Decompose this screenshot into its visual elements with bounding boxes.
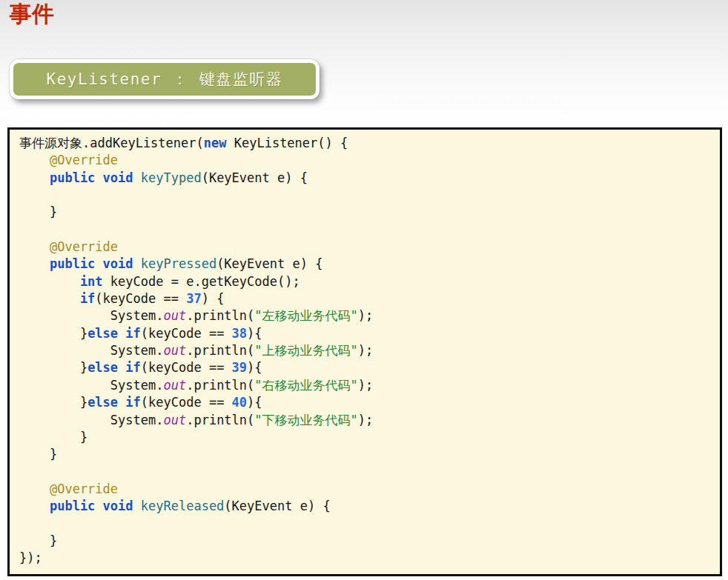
code-token-plain: System.	[19, 308, 163, 323]
code-line: @Override	[19, 481, 715, 498]
code-token-plain: (KeyEvent e) {	[216, 256, 322, 271]
code-line: @Override	[19, 239, 715, 256]
page-title: 事件	[10, 1, 54, 27]
code-token-plain: System.	[19, 378, 163, 393]
code-token-plain: }	[19, 447, 57, 461]
code-token-plain: .println(	[186, 413, 254, 427]
code-token-plain: }	[19, 430, 87, 444]
code-token-plain: (keyCode ==	[141, 360, 232, 375]
code-token-field: out	[163, 343, 186, 358]
code-token-field: out	[163, 378, 186, 393]
code-token-plain: ){	[247, 360, 262, 375]
code-line: }	[19, 429, 715, 446]
code-token-plain: .println(	[186, 378, 254, 393]
code-token-string: "左移动业务代码"	[254, 308, 357, 323]
code-line: System.out.println("左移动业务代码");	[19, 307, 715, 324]
code-line: System.out.println("上移动业务代码");	[19, 342, 715, 359]
code-line: System.out.println("右移动业务代码");	[19, 377, 715, 394]
code-token-plain: }	[19, 533, 57, 548]
code-token-method: keyReleased	[141, 499, 225, 513]
code-block: 事件源对象.addKeyListener(new KeyListener() {…	[7, 127, 722, 576]
code-token-plain: );	[358, 308, 373, 323]
code-token-plain: ) {	[202, 291, 225, 306]
code-token-plain: ){	[247, 395, 262, 410]
code-token-plain: ){	[247, 326, 262, 341]
code-line: public void keyPressed(KeyEvent e) {	[19, 256, 715, 273]
code-token-plain: (keyCode ==	[141, 326, 232, 341]
keylistener-banner: KeyListener ： 键盘监听器	[10, 59, 320, 99]
code-token-number: 39	[232, 360, 247, 375]
code-line	[19, 221, 715, 239]
code-token-plain: .println(	[186, 308, 254, 323]
code-token-string: "下移动业务代码"	[254, 413, 357, 427]
code-token-number: 38	[232, 326, 247, 341]
code-token-keyword: public void	[19, 170, 141, 185]
code-token-annotation: @Override	[19, 481, 118, 496]
code-token-plain: );	[358, 343, 373, 358]
code-token-method: keyTyped	[141, 170, 202, 185]
code-line: }	[19, 204, 715, 221]
code-line	[19, 516, 715, 533]
code-token-keyword: if	[19, 291, 95, 306]
code-line: }else if(keyCode == 38){	[19, 325, 715, 342]
code-line: });	[19, 550, 715, 567]
code-token-plain: }	[19, 360, 87, 375]
code-token-keyword: new	[204, 136, 227, 150]
code-token-plain: });	[19, 550, 42, 565]
code-token-annotation: @Override	[19, 153, 118, 167]
code-token-plain: }	[19, 204, 57, 219]
code-token-plain: .println(	[186, 343, 254, 358]
code-token-number: 37	[186, 291, 201, 306]
code-token-plain: (KeyEvent e) {	[202, 170, 308, 185]
code-token-plain: (KeyEvent e) {	[224, 499, 330, 513]
code-line	[19, 464, 715, 481]
code-line: 事件源对象.addKeyListener(new KeyListener() {	[19, 135, 715, 152]
code-token-plain: (keyCode ==	[95, 291, 186, 306]
code-token-plain: );	[358, 413, 373, 427]
code-token-plain: );	[358, 378, 373, 393]
code-line: }else if(keyCode == 40){	[19, 394, 715, 411]
code-token-keyword: else if	[87, 360, 141, 375]
code-line	[19, 187, 715, 204]
code-token-plain: (keyCode ==	[141, 395, 232, 410]
code-token-string: "右移动业务代码"	[254, 378, 357, 393]
code-token-number: 40	[232, 395, 247, 410]
code-line: public void keyTyped(KeyEvent e) {	[19, 170, 715, 187]
code-line: @Override	[19, 152, 715, 169]
code-token-keyword: public void	[19, 499, 141, 513]
code-token-field: out	[163, 413, 186, 427]
code-token-keyword: int	[19, 274, 103, 289]
code-token-plain: KeyListener() {	[226, 136, 348, 150]
code-token-keyword: else if	[87, 326, 141, 341]
code-token-plain: }	[19, 326, 87, 341]
code-line: }	[19, 533, 715, 550]
code-token-field: out	[163, 308, 186, 323]
code-token-annotation: @Override	[19, 239, 118, 254]
code-line: if(keyCode == 37) {	[19, 290, 715, 307]
code-token-keyword: else if	[87, 395, 141, 410]
code-token-method: keyPressed	[141, 256, 216, 271]
code-token-plain: }	[19, 395, 87, 410]
code-token-plain: System.	[19, 413, 163, 427]
code-token-string: "上移动业务代码"	[254, 343, 357, 358]
code-line: }	[19, 446, 715, 463]
code-line: int keyCode = e.getKeyCode();	[19, 273, 715, 290]
code-line: System.out.println("下移动业务代码");	[19, 412, 715, 429]
code-token-plain: 事件源对象.addKeyListener(	[19, 136, 204, 150]
code-token-plain: System.	[19, 343, 163, 358]
banner-label: KeyListener ： 键盘监听器	[47, 69, 283, 90]
code-token-keyword: public void	[19, 256, 141, 271]
code-line: }else if(keyCode == 39){	[19, 359, 715, 376]
code-line: public void keyReleased(KeyEvent e) {	[19, 498, 715, 515]
code-token-plain: keyCode = e.getKeyCode();	[103, 274, 300, 289]
